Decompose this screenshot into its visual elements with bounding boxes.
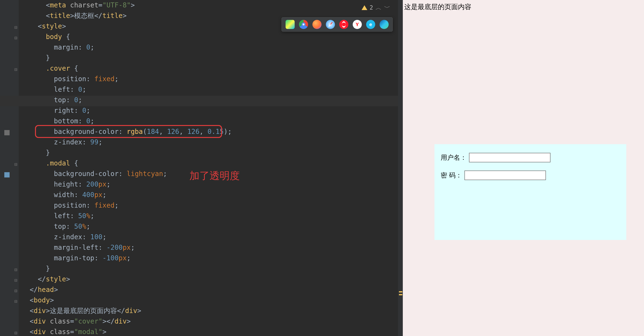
- ie-icon[interactable]: e: [366, 20, 375, 29]
- code-area[interactable]: <meta charset="UTF-8"> <title>模态框</title…: [22, 0, 403, 336]
- code-line[interactable]: z-index: 100;: [22, 232, 403, 242]
- fold-close-icon[interactable]: ⊟: [14, 278, 18, 283]
- username-row: 用户名：: [441, 153, 620, 162]
- warning-icon: [362, 5, 367, 10]
- code-line[interactable]: background-color: rgba(184, 126, 126, 0.…: [22, 127, 403, 137]
- code-line[interactable]: left: 50%;: [22, 211, 403, 221]
- code-line[interactable]: <div class="modal">: [22, 327, 403, 336]
- edge-icon[interactable]: [380, 20, 389, 29]
- code-line[interactable]: .modal {: [22, 158, 403, 168]
- code-line[interactable]: bottom: 0;: [22, 116, 403, 127]
- fold-open-icon[interactable]: ⊟: [14, 162, 18, 167]
- code-line[interactable]: body {: [22, 32, 403, 42]
- code-line[interactable]: position: fixed;: [22, 200, 403, 211]
- gutter-color-swatch: [4, 130, 10, 135]
- fold-open-icon[interactable]: ⊟: [14, 25, 18, 30]
- password-row: 密 码：: [441, 170, 620, 180]
- chrome-icon[interactable]: [299, 20, 308, 29]
- code-line[interactable]: top: 0;: [22, 95, 403, 105]
- code-line[interactable]: width: 400px;: [22, 190, 403, 200]
- fold-close-icon[interactable]: ⊟: [14, 288, 18, 293]
- warning-marker[interactable]: [399, 291, 402, 292]
- code-line[interactable]: }: [22, 148, 403, 158]
- firefox-icon[interactable]: [312, 20, 322, 29]
- chevron-down-icon[interactable]: ﹀: [384, 2, 390, 13]
- code-line[interactable]: .cover {: [22, 63, 403, 74]
- username-label: 用户名：: [441, 153, 466, 162]
- inspection-widget[interactable]: 2 ︿ ﹀: [362, 2, 390, 13]
- chevron-up-icon[interactable]: ︿: [376, 2, 382, 13]
- fold-close-icon[interactable]: ⊟: [14, 267, 18, 272]
- modal-dialog: 用户名： 密 码：: [434, 144, 626, 240]
- code-line[interactable]: left: 0;: [22, 84, 403, 95]
- rendered-preview-pane: 这是最底层的页面内容 用户名： 密 码：: [403, 0, 644, 336]
- code-line[interactable]: right: 0;: [22, 105, 403, 116]
- fold-open-icon[interactable]: ⊟: [14, 331, 18, 335]
- fold-open-icon[interactable]: ⊟: [14, 35, 18, 40]
- warning-marker[interactable]: [399, 294, 402, 295]
- pycharm-icon[interactable]: [286, 20, 295, 29]
- marker-stripe[interactable]: [398, 0, 403, 336]
- yandex-icon[interactable]: Y: [353, 20, 362, 29]
- code-line[interactable]: <div>这是最底层的页面内容</div>: [22, 306, 403, 316]
- fold-open-icon[interactable]: ⊟: [14, 67, 18, 72]
- password-input[interactable]: [464, 170, 546, 180]
- gutter-color-swatch: [4, 172, 10, 177]
- code-line[interactable]: <meta charset="UTF-8">: [22, 0, 403, 10]
- code-line[interactable]: <div class="cover"></div>: [22, 316, 403, 327]
- warning-count: 2: [370, 2, 373, 13]
- code-line[interactable]: <body>: [22, 295, 403, 306]
- fold-open-icon[interactable]: ⊟: [14, 299, 18, 304]
- code-line[interactable]: </style>: [22, 274, 403, 285]
- code-line[interactable]: top: 50%;: [22, 221, 403, 232]
- annotation-label: 加了透明度: [190, 170, 240, 181]
- code-line[interactable]: }: [22, 263, 403, 274]
- code-line[interactable]: z-index: 99;: [22, 137, 403, 148]
- code-line[interactable]: </head>: [22, 285, 403, 295]
- code-line[interactable]: }: [22, 53, 403, 63]
- password-label: 密 码：: [441, 171, 462, 180]
- code-line[interactable]: margin: 0;: [22, 42, 403, 53]
- background-page-text: 这是最底层的页面内容: [404, 2, 471, 11]
- code-editor-pane[interactable]: ⊟⊟⊟⊟⊟⊟⊟⊟⊟ <meta charset="UTF-8"> <title>…: [0, 0, 403, 336]
- code-line[interactable]: margin-top: -100px;: [22, 253, 403, 263]
- safari-icon[interactable]: [326, 20, 335, 29]
- code-line[interactable]: position: fixed;: [22, 74, 403, 84]
- editor-gutter: ⊟⊟⊟⊟⊟⊟⊟⊟⊟: [0, 0, 19, 336]
- opera-icon[interactable]: [339, 20, 348, 29]
- code-line[interactable]: margin-left: -200px;: [22, 242, 403, 253]
- browser-preview-toolbar: Ye: [282, 17, 393, 32]
- username-input[interactable]: [469, 153, 550, 162]
